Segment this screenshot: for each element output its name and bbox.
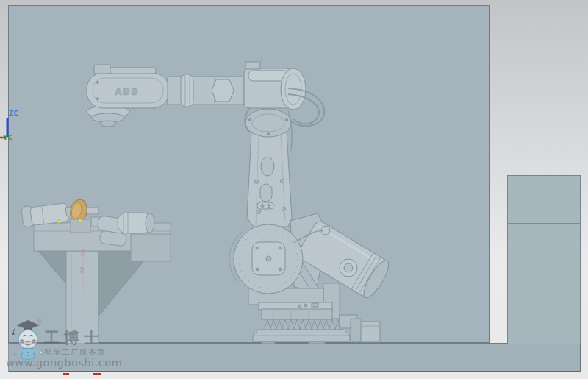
robot-lower-arm [245, 109, 292, 227]
abb-logo-text: ABB [115, 86, 139, 97]
cylinder-boss-hub [344, 263, 353, 272]
highlight-dot [57, 220, 60, 223]
cylinder-pivot [321, 226, 330, 235]
stand-right-block [131, 234, 171, 261]
fixture-stand[interactable]: 2 [21, 198, 171, 344]
wcs-triad[interactable]: ZC YC [0, 110, 19, 141]
robot-base [248, 288, 357, 344]
robot[interactable]: ABB [86, 57, 392, 344]
scene-geometry: 2 [0, 0, 588, 379]
z-axis-label: ZC [9, 110, 19, 117]
red-artifact [63, 373, 69, 375]
red-artifact [93, 373, 101, 375]
highlight-dot [79, 219, 82, 222]
robot-shoulder-joint [229, 224, 303, 294]
junction-box [351, 319, 380, 342]
svg-text:2: 2 [80, 267, 84, 274]
